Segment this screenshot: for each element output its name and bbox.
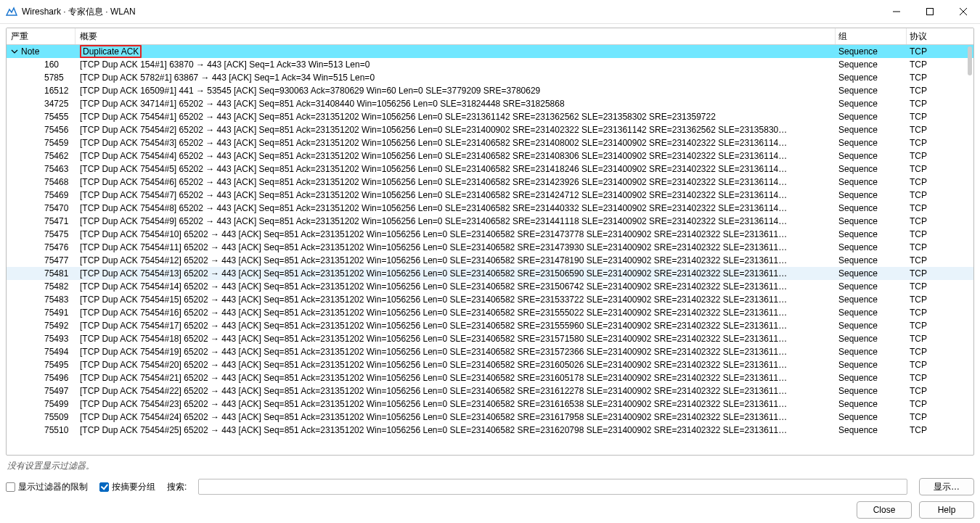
group-cell: Sequence bbox=[836, 267, 907, 280]
proto-cell: TCP bbox=[907, 293, 973, 306]
packet-id: 75477 bbox=[11, 254, 68, 267]
duplicate-ack-highlight: Duplicate ACK bbox=[80, 45, 142, 58]
expert-info-table: 严重 概要 组 协议 Note Duplicate ACK Sequence T… bbox=[6, 28, 974, 456]
proto-cell: TCP bbox=[907, 267, 973, 280]
packet-id: 75475 bbox=[11, 228, 68, 241]
packet-id: 75456 bbox=[11, 123, 68, 136]
packet-id: 75481 bbox=[11, 267, 68, 280]
column-header-group[interactable]: 组 bbox=[836, 28, 907, 44]
table-row[interactable]: 75481[TCP Dup ACK 75454#13] 65202 → 443 … bbox=[7, 267, 973, 280]
table-row[interactable]: 34725[TCP Dup ACK 34714#1] 65202 → 443 [… bbox=[7, 97, 973, 110]
proto-cell: TCP bbox=[907, 241, 973, 254]
table-row[interactable]: 75482[TCP Dup ACK 75454#14] 65202 → 443 … bbox=[7, 280, 973, 293]
table-row[interactable]: 75483[TCP Dup ACK 75454#15] 65202 → 443 … bbox=[7, 293, 973, 306]
summary-cell: [TCP Dup ACK 75454#14] 65202 → 443 [ACK]… bbox=[75, 280, 836, 293]
proto-cell: TCP bbox=[907, 254, 973, 267]
maximize-button[interactable] bbox=[913, 0, 947, 23]
table-row[interactable]: 75463[TCP Dup ACK 75454#5] 65202 → 443 [… bbox=[7, 162, 973, 176]
group-checkbox[interactable] bbox=[99, 482, 109, 492]
proto-cell: TCP bbox=[907, 424, 973, 437]
group-cell: Sequence bbox=[836, 228, 907, 241]
svg-rect-1 bbox=[927, 9, 934, 15]
table-row[interactable]: 75492[TCP Dup ACK 75454#17] 65202 → 443 … bbox=[7, 319, 973, 332]
table-row[interactable]: 75491[TCP Dup ACK 75454#16] 65202 → 443 … bbox=[7, 306, 973, 319]
table-header[interactable]: 严重 概要 组 协议 bbox=[7, 28, 973, 45]
minimize-button[interactable] bbox=[880, 0, 913, 23]
proto-cell: TCP bbox=[907, 162, 973, 176]
search-label: 搜索: bbox=[167, 481, 187, 493]
limit-checkbox-wrap[interactable]: 显示过滤器的限制 bbox=[6, 481, 88, 493]
table-row[interactable]: 75495[TCP Dup ACK 75454#20] 65202 → 443 … bbox=[7, 358, 973, 371]
proto-cell: TCP bbox=[907, 215, 973, 228]
column-header-summary[interactable]: 概要 bbox=[75, 28, 836, 44]
proto-cell: TCP bbox=[907, 84, 973, 97]
summary-cell: [TCP Dup ACK 75454#20] 65202 → 443 [ACK]… bbox=[75, 358, 836, 371]
packet-id: 75509 bbox=[11, 411, 68, 424]
proto-cell: TCP bbox=[907, 58, 973, 71]
group-cell: Sequence bbox=[836, 123, 907, 136]
table-row[interactable]: 75462[TCP Dup ACK 75454#4] 65202 → 443 [… bbox=[7, 149, 973, 162]
table-row[interactable]: 75496[TCP Dup ACK 75454#21] 65202 → 443 … bbox=[7, 371, 973, 384]
group-checkbox-label: 按摘要分组 bbox=[112, 481, 155, 493]
table-row[interactable]: 75459[TCP Dup ACK 75454#3] 65202 → 443 [… bbox=[7, 136, 973, 149]
severity-label: Note bbox=[21, 45, 39, 58]
close-dialog-button[interactable]: Close bbox=[857, 501, 912, 519]
group-row-note[interactable]: Note Duplicate ACK Sequence TCP bbox=[7, 45, 973, 58]
packet-id: 75470 bbox=[11, 202, 68, 215]
group-cell: Sequence bbox=[836, 384, 907, 398]
show-button[interactable]: 显示… bbox=[919, 478, 974, 495]
table-row[interactable]: 75456[TCP Dup ACK 75454#2] 65202 → 443 [… bbox=[7, 123, 973, 136]
packet-id: 75468 bbox=[11, 176, 68, 189]
column-header-severity[interactable]: 严重 bbox=[7, 28, 75, 44]
dialog-buttons: Close Help bbox=[6, 500, 974, 519]
help-button[interactable]: Help bbox=[919, 501, 974, 519]
summary-cell: [TCP Dup ACK 75454#17] 65202 → 443 [ACK]… bbox=[75, 319, 836, 332]
table-row[interactable]: 75494[TCP Dup ACK 75454#19] 65202 → 443 … bbox=[7, 345, 973, 358]
group-cell: Sequence bbox=[836, 371, 907, 384]
table-row[interactable]: 75475[TCP Dup ACK 75454#10] 65202 → 443 … bbox=[7, 228, 973, 241]
summary-cell: [TCP Dup ACK 75454#3] 65202 → 443 [ACK] … bbox=[75, 136, 836, 149]
chevron-down-icon[interactable] bbox=[11, 48, 18, 55]
packet-id: 5785 bbox=[11, 71, 64, 84]
table-row[interactable]: 75497[TCP Dup ACK 75454#22] 65202 → 443 … bbox=[7, 384, 973, 398]
table-row[interactable]: 75509[TCP Dup ACK 75454#24] 65202 → 443 … bbox=[7, 411, 973, 424]
packet-id: 75494 bbox=[11, 345, 68, 358]
group-cell: Sequence bbox=[836, 398, 907, 411]
scrollbar-thumb[interactable] bbox=[968, 46, 972, 75]
table-row[interactable]: 75477[TCP Dup ACK 75454#12] 65202 → 443 … bbox=[7, 254, 973, 267]
packet-id: 75476 bbox=[11, 241, 68, 254]
summary-cell: [TCP Dup ACK 75454#21] 65202 → 443 [ACK]… bbox=[75, 371, 836, 384]
table-row[interactable]: 75470[TCP Dup ACK 75454#8] 65202 → 443 [… bbox=[7, 202, 973, 215]
column-header-protocol[interactable]: 协议 bbox=[907, 28, 973, 44]
proto-cell: TCP bbox=[907, 71, 973, 84]
group-checkbox-wrap[interactable]: 按摘要分组 bbox=[99, 481, 155, 493]
table-row[interactable]: 75471[TCP Dup ACK 75454#9] 65202 → 443 [… bbox=[7, 215, 973, 228]
table-body[interactable]: Note Duplicate ACK Sequence TCP 160[TCP … bbox=[7, 45, 973, 455]
proto-cell: TCP bbox=[907, 149, 973, 162]
summary-cell: [TCP Dup ACK 75454#18] 65202 → 443 [ACK]… bbox=[75, 332, 836, 345]
table-row[interactable]: 75499[TCP Dup ACK 75454#23] 65202 → 443 … bbox=[7, 398, 973, 411]
table-row[interactable]: 75455[TCP Dup ACK 75454#1] 65202 → 443 [… bbox=[7, 110, 973, 123]
group-cell: Sequence bbox=[836, 332, 907, 345]
table-row[interactable]: 75493[TCP Dup ACK 75454#18] 65202 → 443 … bbox=[7, 332, 973, 345]
table-row[interactable]: 16512[TCP Dup ACK 16509#1] 441 → 53545 [… bbox=[7, 84, 973, 97]
group-cell: Sequence bbox=[836, 110, 907, 123]
close-button[interactable] bbox=[947, 0, 980, 23]
table-row[interactable]: 160[TCP Dup ACK 154#1] 63870 → 443 [ACK]… bbox=[7, 58, 973, 71]
limit-checkbox[interactable] bbox=[6, 482, 15, 492]
table-row[interactable]: 75510[TCP Dup ACK 75454#25] 65202 → 443 … bbox=[7, 424, 973, 437]
summary-cell: [TCP Dup ACK 75454#7] 65202 → 443 [ACK] … bbox=[75, 189, 836, 202]
proto-cell: TCP bbox=[907, 202, 973, 215]
window-title: Wireshark · 专家信息 · WLAN bbox=[22, 6, 136, 18]
table-row[interactable]: 5785[TCP Dup ACK 5782#1] 63867 → 443 [AC… bbox=[7, 71, 973, 84]
summary-cell: [TCP Dup ACK 5782#1] 63867 → 443 [ACK] S… bbox=[75, 71, 836, 84]
window-body: 严重 概要 组 协议 Note Duplicate ACK Sequence T… bbox=[0, 23, 980, 523]
summary-cell: [TCP Dup ACK 75454#13] 65202 → 443 [ACK]… bbox=[75, 267, 836, 280]
table-row[interactable]: 75468[TCP Dup ACK 75454#6] 65202 → 443 [… bbox=[7, 176, 973, 189]
table-row[interactable]: 75476[TCP Dup ACK 75454#11] 65202 → 443 … bbox=[7, 241, 973, 254]
proto-cell: TCP bbox=[907, 398, 973, 411]
search-input[interactable] bbox=[198, 479, 907, 495]
summary-cell: [TCP Dup ACK 75454#6] 65202 → 443 [ACK] … bbox=[75, 176, 836, 189]
table-row[interactable]: 75469[TCP Dup ACK 75454#7] 65202 → 443 [… bbox=[7, 189, 973, 202]
packet-id: 75495 bbox=[11, 358, 68, 371]
